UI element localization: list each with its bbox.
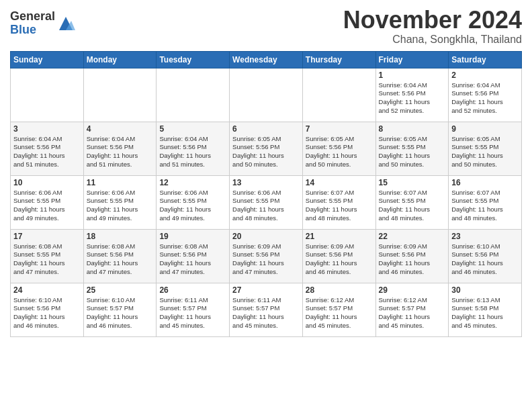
calendar-cell: 6Sunrise: 6:05 AM Sunset: 5:56 PM Daylig… bbox=[230, 122, 303, 175]
day-info: Sunrise: 6:04 AM Sunset: 5:56 PM Dayligh… bbox=[87, 135, 154, 169]
title-block: November 2024 Chana, Songkhla, Thailand bbox=[343, 7, 522, 46]
day-number: 8 bbox=[379, 124, 446, 134]
calendar-cell: 7Sunrise: 6:05 AM Sunset: 5:56 PM Daylig… bbox=[302, 122, 375, 175]
day-info: Sunrise: 6:06 AM Sunset: 5:55 PM Dayligh… bbox=[13, 189, 81, 223]
day-number: 6 bbox=[232, 124, 300, 134]
calendar-week-4: 24Sunrise: 6:10 AM Sunset: 5:56 PM Dayli… bbox=[11, 283, 522, 336]
calendar-cell: 8Sunrise: 6:05 AM Sunset: 5:55 PM Daylig… bbox=[375, 122, 449, 175]
day-info: Sunrise: 6:13 AM Sunset: 5:58 PM Dayligh… bbox=[451, 296, 519, 330]
logo: General Blue bbox=[10, 10, 75, 37]
day-info: Sunrise: 6:05 AM Sunset: 5:55 PM Dayligh… bbox=[379, 135, 446, 169]
day-number: 13 bbox=[232, 178, 300, 187]
calendar-cell: 4Sunrise: 6:04 AM Sunset: 5:56 PM Daylig… bbox=[83, 122, 157, 175]
day-info: Sunrise: 6:09 AM Sunset: 5:56 PM Dayligh… bbox=[306, 242, 373, 277]
day-info: Sunrise: 6:10 AM Sunset: 5:57 PM Dayligh… bbox=[87, 296, 154, 330]
day-number: 23 bbox=[451, 232, 519, 241]
calendar-cell: 12Sunrise: 6:06 AM Sunset: 5:55 PM Dayli… bbox=[157, 175, 230, 229]
day-number: 1 bbox=[379, 71, 446, 80]
calendar-cell: 15Sunrise: 6:07 AM Sunset: 5:55 PM Dayli… bbox=[375, 175, 449, 229]
calendar-cell: 5Sunrise: 6:04 AM Sunset: 5:56 PM Daylig… bbox=[157, 122, 230, 175]
calendar-cell: 25Sunrise: 6:10 AM Sunset: 5:57 PM Dayli… bbox=[83, 283, 157, 336]
page-title: November 2024 bbox=[343, 7, 522, 34]
calendar-cell: 23Sunrise: 6:10 AM Sunset: 5:56 PM Dayli… bbox=[449, 229, 522, 283]
day-info: Sunrise: 6:07 AM Sunset: 5:55 PM Dayligh… bbox=[306, 189, 373, 223]
day-number: 15 bbox=[379, 178, 446, 187]
day-info: Sunrise: 6:12 AM Sunset: 5:57 PM Dayligh… bbox=[306, 296, 373, 330]
day-number: 17 bbox=[13, 232, 81, 241]
day-number: 7 bbox=[306, 124, 373, 134]
day-number: 10 bbox=[13, 178, 81, 187]
day-info: Sunrise: 6:11 AM Sunset: 5:57 PM Dayligh… bbox=[159, 296, 226, 330]
calendar-header-tuesday: Tuesday bbox=[157, 51, 230, 68]
day-info: Sunrise: 6:06 AM Sunset: 5:55 PM Dayligh… bbox=[232, 189, 300, 223]
calendar-header-friday: Friday bbox=[375, 51, 449, 68]
calendar-cell: 11Sunrise: 6:06 AM Sunset: 5:55 PM Dayli… bbox=[83, 175, 157, 229]
calendar-cell bbox=[83, 68, 157, 122]
day-info: Sunrise: 6:07 AM Sunset: 5:55 PM Dayligh… bbox=[379, 189, 446, 223]
day-number: 21 bbox=[306, 232, 373, 241]
calendar-cell: 30Sunrise: 6:13 AM Sunset: 5:58 PM Dayli… bbox=[449, 283, 522, 336]
day-info: Sunrise: 6:12 AM Sunset: 5:57 PM Dayligh… bbox=[379, 296, 446, 330]
calendar-header-thursday: Thursday bbox=[302, 51, 375, 68]
day-number: 19 bbox=[159, 232, 226, 241]
logo-text: General Blue bbox=[10, 10, 55, 37]
day-number: 20 bbox=[232, 232, 300, 241]
day-number: 14 bbox=[306, 178, 373, 187]
day-info: Sunrise: 6:04 AM Sunset: 5:56 PM Dayligh… bbox=[451, 81, 519, 116]
day-info: Sunrise: 6:11 AM Sunset: 5:57 PM Dayligh… bbox=[232, 296, 300, 330]
calendar-cell: 9Sunrise: 6:05 AM Sunset: 5:55 PM Daylig… bbox=[449, 122, 522, 175]
day-number: 22 bbox=[379, 232, 446, 241]
calendar-header-sunday: Sunday bbox=[11, 51, 84, 68]
calendar-table: SundayMondayTuesdayWednesdayThursdayFrid… bbox=[10, 51, 522, 337]
calendar-cell: 17Sunrise: 6:08 AM Sunset: 5:55 PM Dayli… bbox=[11, 229, 84, 283]
calendar-cell: 22Sunrise: 6:09 AM Sunset: 5:56 PM Dayli… bbox=[375, 229, 449, 283]
calendar-cell: 2Sunrise: 6:04 AM Sunset: 5:56 PM Daylig… bbox=[449, 68, 522, 122]
calendar-cell bbox=[157, 68, 230, 122]
calendar-week-1: 3Sunrise: 6:04 AM Sunset: 5:56 PM Daylig… bbox=[11, 122, 522, 175]
day-number: 2 bbox=[451, 71, 519, 80]
day-info: Sunrise: 6:08 AM Sunset: 5:56 PM Dayligh… bbox=[159, 242, 226, 277]
calendar-header-monday: Monday bbox=[83, 51, 157, 68]
calendar-cell: 26Sunrise: 6:11 AM Sunset: 5:57 PM Dayli… bbox=[157, 283, 230, 336]
calendar-header-saturday: Saturday bbox=[449, 51, 522, 68]
logo-icon bbox=[56, 14, 75, 33]
calendar-header-wednesday: Wednesday bbox=[230, 51, 303, 68]
calendar-cell: 13Sunrise: 6:06 AM Sunset: 5:55 PM Dayli… bbox=[230, 175, 303, 229]
day-info: Sunrise: 6:10 AM Sunset: 5:56 PM Dayligh… bbox=[13, 296, 81, 330]
day-number: 24 bbox=[13, 285, 81, 295]
calendar-week-2: 10Sunrise: 6:06 AM Sunset: 5:55 PM Dayli… bbox=[11, 175, 522, 229]
day-number: 29 bbox=[379, 285, 446, 295]
day-info: Sunrise: 6:05 AM Sunset: 5:55 PM Dayligh… bbox=[451, 135, 519, 169]
day-number: 28 bbox=[306, 285, 373, 295]
day-number: 5 bbox=[159, 124, 226, 134]
day-info: Sunrise: 6:08 AM Sunset: 5:55 PM Dayligh… bbox=[13, 242, 81, 277]
day-info: Sunrise: 6:05 AM Sunset: 5:56 PM Dayligh… bbox=[232, 135, 300, 169]
calendar-cell: 18Sunrise: 6:08 AM Sunset: 5:56 PM Dayli… bbox=[83, 229, 157, 283]
day-number: 18 bbox=[87, 232, 154, 241]
calendar-cell: 3Sunrise: 6:04 AM Sunset: 5:56 PM Daylig… bbox=[11, 122, 84, 175]
day-info: Sunrise: 6:04 AM Sunset: 5:56 PM Dayligh… bbox=[13, 135, 81, 169]
page: General Blue November 2024 Chana, Songkh… bbox=[0, 0, 532, 344]
day-info: Sunrise: 6:09 AM Sunset: 5:56 PM Dayligh… bbox=[232, 242, 300, 277]
calendar-cell: 10Sunrise: 6:06 AM Sunset: 5:55 PM Dayli… bbox=[11, 175, 84, 229]
calendar-cell: 28Sunrise: 6:12 AM Sunset: 5:57 PM Dayli… bbox=[302, 283, 375, 336]
day-number: 30 bbox=[451, 285, 519, 295]
calendar-cell: 16Sunrise: 6:07 AM Sunset: 5:55 PM Dayli… bbox=[449, 175, 522, 229]
header: General Blue November 2024 Chana, Songkh… bbox=[10, 7, 522, 46]
calendar-header-row: SundayMondayTuesdayWednesdayThursdayFrid… bbox=[11, 51, 522, 68]
day-info: Sunrise: 6:04 AM Sunset: 5:56 PM Dayligh… bbox=[379, 81, 446, 116]
day-number: 9 bbox=[451, 124, 519, 134]
day-info: Sunrise: 6:04 AM Sunset: 5:56 PM Dayligh… bbox=[159, 135, 226, 169]
day-info: Sunrise: 6:09 AM Sunset: 5:56 PM Dayligh… bbox=[379, 242, 446, 277]
day-number: 11 bbox=[87, 178, 154, 187]
day-number: 16 bbox=[451, 178, 519, 187]
calendar-cell bbox=[11, 68, 84, 122]
day-info: Sunrise: 6:08 AM Sunset: 5:56 PM Dayligh… bbox=[87, 242, 154, 277]
calendar-cell: 20Sunrise: 6:09 AM Sunset: 5:56 PM Dayli… bbox=[230, 229, 303, 283]
day-info: Sunrise: 6:05 AM Sunset: 5:56 PM Dayligh… bbox=[306, 135, 373, 169]
page-subtitle: Chana, Songkhla, Thailand bbox=[343, 34, 522, 46]
day-number: 25 bbox=[87, 285, 154, 295]
calendar-cell bbox=[302, 68, 375, 122]
day-number: 26 bbox=[159, 285, 226, 295]
calendar-cell: 19Sunrise: 6:08 AM Sunset: 5:56 PM Dayli… bbox=[157, 229, 230, 283]
